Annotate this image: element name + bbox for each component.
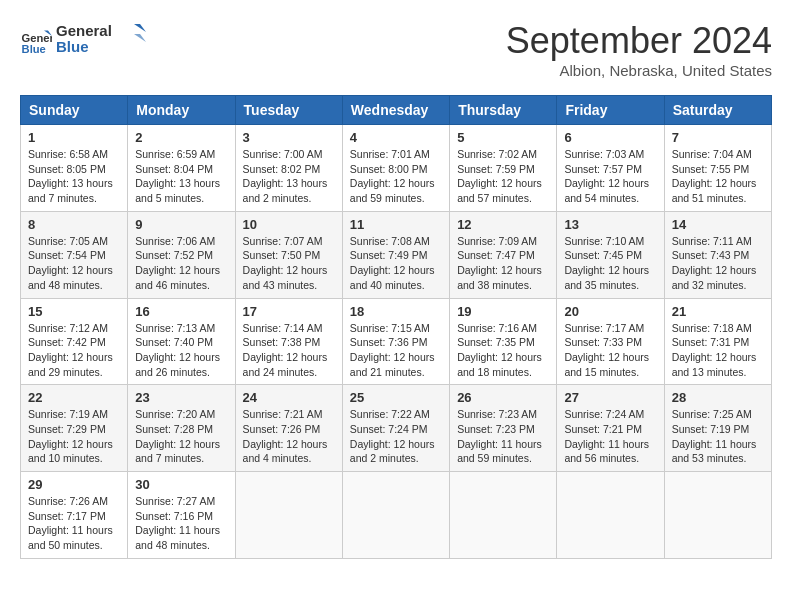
calendar-cell: 21Sunrise: 7:18 AMSunset: 7:31 PMDayligh… <box>664 298 771 385</box>
svg-text:Blue: Blue <box>56 38 89 55</box>
calendar-cell <box>450 472 557 559</box>
col-header-sunday: Sunday <box>21 96 128 125</box>
cell-info: Sunrise: 7:11 AMSunset: 7:43 PMDaylight:… <box>672 234 764 293</box>
page-header: General Blue General Blue September 2024… <box>20 20 772 79</box>
cell-info: Sunrise: 7:20 AMSunset: 7:28 PMDaylight:… <box>135 407 227 466</box>
calendar-cell: 27Sunrise: 7:24 AMSunset: 7:21 PMDayligh… <box>557 385 664 472</box>
day-number: 16 <box>135 304 227 319</box>
cell-info: Sunrise: 7:25 AMSunset: 7:19 PMDaylight:… <box>672 407 764 466</box>
day-number: 5 <box>457 130 549 145</box>
day-number: 25 <box>350 390 442 405</box>
calendar-cell: 30Sunrise: 7:27 AMSunset: 7:16 PMDayligh… <box>128 472 235 559</box>
calendar-cell <box>235 472 342 559</box>
col-header-thursday: Thursday <box>450 96 557 125</box>
calendar-table: SundayMondayTuesdayWednesdayThursdayFrid… <box>20 95 772 559</box>
calendar-cell: 11Sunrise: 7:08 AMSunset: 7:49 PMDayligh… <box>342 211 449 298</box>
calendar-cell: 29Sunrise: 7:26 AMSunset: 7:17 PMDayligh… <box>21 472 128 559</box>
calendar-cell: 26Sunrise: 7:23 AMSunset: 7:23 PMDayligh… <box>450 385 557 472</box>
calendar-cell: 14Sunrise: 7:11 AMSunset: 7:43 PMDayligh… <box>664 211 771 298</box>
day-number: 28 <box>672 390 764 405</box>
col-header-tuesday: Tuesday <box>235 96 342 125</box>
cell-info: Sunrise: 7:21 AMSunset: 7:26 PMDaylight:… <box>243 407 335 466</box>
day-number: 18 <box>350 304 442 319</box>
calendar-cell: 8Sunrise: 7:05 AMSunset: 7:54 PMDaylight… <box>21 211 128 298</box>
day-number: 8 <box>28 217 120 232</box>
day-number: 22 <box>28 390 120 405</box>
day-number: 30 <box>135 477 227 492</box>
day-number: 1 <box>28 130 120 145</box>
cell-info: Sunrise: 7:10 AMSunset: 7:45 PMDaylight:… <box>564 234 656 293</box>
cell-info: Sunrise: 7:16 AMSunset: 7:35 PMDaylight:… <box>457 321 549 380</box>
day-number: 3 <box>243 130 335 145</box>
calendar-cell: 20Sunrise: 7:17 AMSunset: 7:33 PMDayligh… <box>557 298 664 385</box>
calendar-cell: 5Sunrise: 7:02 AMSunset: 7:59 PMDaylight… <box>450 125 557 212</box>
cell-info: Sunrise: 7:26 AMSunset: 7:17 PMDaylight:… <box>28 494 120 553</box>
calendar-cell <box>557 472 664 559</box>
day-number: 10 <box>243 217 335 232</box>
cell-info: Sunrise: 7:04 AMSunset: 7:55 PMDaylight:… <box>672 147 764 206</box>
calendar-cell: 16Sunrise: 7:13 AMSunset: 7:40 PMDayligh… <box>128 298 235 385</box>
day-number: 27 <box>564 390 656 405</box>
svg-marker-5 <box>134 24 146 32</box>
calendar-cell: 23Sunrise: 7:20 AMSunset: 7:28 PMDayligh… <box>128 385 235 472</box>
cell-info: Sunrise: 7:22 AMSunset: 7:24 PMDaylight:… <box>350 407 442 466</box>
col-header-saturday: Saturday <box>664 96 771 125</box>
logo: General Blue General Blue <box>20 20 146 61</box>
cell-info: Sunrise: 7:15 AMSunset: 7:36 PMDaylight:… <box>350 321 442 380</box>
day-number: 29 <box>28 477 120 492</box>
calendar-cell: 28Sunrise: 7:25 AMSunset: 7:19 PMDayligh… <box>664 385 771 472</box>
day-number: 14 <box>672 217 764 232</box>
logo-icon: General Blue <box>20 24 52 56</box>
day-number: 19 <box>457 304 549 319</box>
cell-info: Sunrise: 7:14 AMSunset: 7:38 PMDaylight:… <box>243 321 335 380</box>
day-number: 20 <box>564 304 656 319</box>
day-number: 2 <box>135 130 227 145</box>
svg-text:General: General <box>22 32 52 44</box>
cell-info: Sunrise: 6:59 AMSunset: 8:04 PMDaylight:… <box>135 147 227 206</box>
cell-info: Sunrise: 7:18 AMSunset: 7:31 PMDaylight:… <box>672 321 764 380</box>
calendar-cell: 15Sunrise: 7:12 AMSunset: 7:42 PMDayligh… <box>21 298 128 385</box>
cell-info: Sunrise: 7:23 AMSunset: 7:23 PMDaylight:… <box>457 407 549 466</box>
cell-info: Sunrise: 7:01 AMSunset: 8:00 PMDaylight:… <box>350 147 442 206</box>
calendar-cell: 4Sunrise: 7:01 AMSunset: 8:00 PMDaylight… <box>342 125 449 212</box>
calendar-cell: 9Sunrise: 7:06 AMSunset: 7:52 PMDaylight… <box>128 211 235 298</box>
cell-info: Sunrise: 7:00 AMSunset: 8:02 PMDaylight:… <box>243 147 335 206</box>
location: Albion, Nebraska, United States <box>506 62 772 79</box>
day-number: 6 <box>564 130 656 145</box>
cell-info: Sunrise: 7:08 AMSunset: 7:49 PMDaylight:… <box>350 234 442 293</box>
calendar-cell: 6Sunrise: 7:03 AMSunset: 7:57 PMDaylight… <box>557 125 664 212</box>
day-number: 7 <box>672 130 764 145</box>
day-number: 13 <box>564 217 656 232</box>
day-number: 21 <box>672 304 764 319</box>
cell-info: Sunrise: 7:27 AMSunset: 7:16 PMDaylight:… <box>135 494 227 553</box>
calendar-cell: 2Sunrise: 6:59 AMSunset: 8:04 PMDaylight… <box>128 125 235 212</box>
title-block: September 2024 Albion, Nebraska, United … <box>506 20 772 79</box>
logo-text: General Blue <box>56 20 146 61</box>
calendar-cell <box>342 472 449 559</box>
col-header-wednesday: Wednesday <box>342 96 449 125</box>
calendar-cell: 1Sunrise: 6:58 AMSunset: 8:05 PMDaylight… <box>21 125 128 212</box>
day-number: 26 <box>457 390 549 405</box>
col-header-monday: Monday <box>128 96 235 125</box>
calendar-cell: 19Sunrise: 7:16 AMSunset: 7:35 PMDayligh… <box>450 298 557 385</box>
cell-info: Sunrise: 7:12 AMSunset: 7:42 PMDaylight:… <box>28 321 120 380</box>
calendar-cell: 25Sunrise: 7:22 AMSunset: 7:24 PMDayligh… <box>342 385 449 472</box>
cell-info: Sunrise: 7:07 AMSunset: 7:50 PMDaylight:… <box>243 234 335 293</box>
svg-text:General: General <box>56 22 112 39</box>
cell-info: Sunrise: 7:06 AMSunset: 7:52 PMDaylight:… <box>135 234 227 293</box>
calendar-cell: 18Sunrise: 7:15 AMSunset: 7:36 PMDayligh… <box>342 298 449 385</box>
cell-info: Sunrise: 7:02 AMSunset: 7:59 PMDaylight:… <box>457 147 549 206</box>
calendar-cell: 24Sunrise: 7:21 AMSunset: 7:26 PMDayligh… <box>235 385 342 472</box>
day-number: 17 <box>243 304 335 319</box>
cell-info: Sunrise: 7:03 AMSunset: 7:57 PMDaylight:… <box>564 147 656 206</box>
cell-info: Sunrise: 7:17 AMSunset: 7:33 PMDaylight:… <box>564 321 656 380</box>
calendar-cell: 3Sunrise: 7:00 AMSunset: 8:02 PMDaylight… <box>235 125 342 212</box>
day-number: 23 <box>135 390 227 405</box>
day-number: 15 <box>28 304 120 319</box>
cell-info: Sunrise: 7:19 AMSunset: 7:29 PMDaylight:… <box>28 407 120 466</box>
day-number: 9 <box>135 217 227 232</box>
cell-info: Sunrise: 7:13 AMSunset: 7:40 PMDaylight:… <box>135 321 227 380</box>
day-number: 4 <box>350 130 442 145</box>
cell-info: Sunrise: 7:05 AMSunset: 7:54 PMDaylight:… <box>28 234 120 293</box>
day-number: 24 <box>243 390 335 405</box>
